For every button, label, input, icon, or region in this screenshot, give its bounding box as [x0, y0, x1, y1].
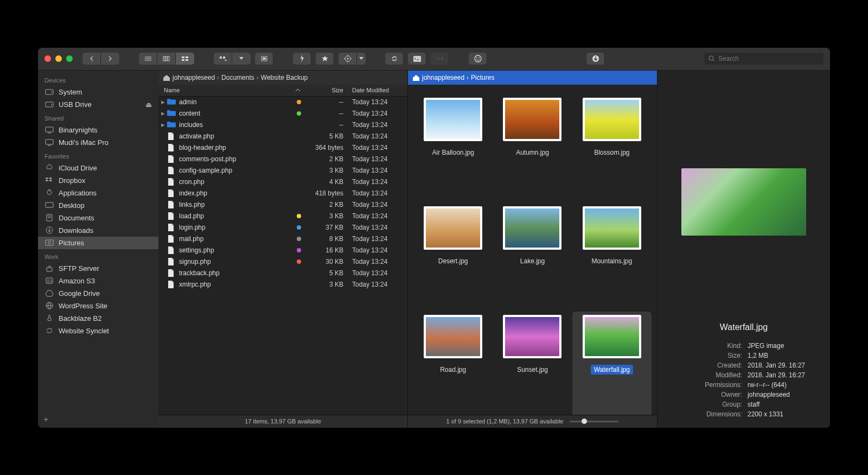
- grid-item[interactable]: Lake.jpg: [493, 203, 572, 312]
- dropdown-arrow-icon[interactable]: [232, 53, 251, 65]
- sidebar-item[interactable]: Binarynights: [38, 124, 158, 136]
- view-list-button[interactable]: [139, 53, 157, 65]
- file-name: settings.php: [179, 246, 293, 254]
- metadata-label: Owner:: [682, 391, 742, 398]
- sidebar-item[interactable]: Dropbox: [38, 174, 158, 187]
- file-row[interactable]: signup.php30 KBToday 13:24: [158, 256, 407, 268]
- file-date: Today 13:24: [348, 155, 407, 163]
- tag-dot: [297, 111, 301, 116]
- file-row[interactable]: login.php37 KBToday 13:24: [158, 222, 407, 233]
- metadata-row: Group:staff: [682, 401, 805, 408]
- file-size: --: [304, 98, 348, 106]
- icon-size-slider[interactable]: [570, 417, 618, 425]
- breadcrumb-segment[interactable]: johnappleseed: [173, 74, 215, 81]
- sidebar-item[interactable]: System: [38, 86, 158, 98]
- file-row[interactable]: settings.php16 KBToday 13:24: [158, 245, 407, 256]
- path-button[interactable]: [255, 53, 273, 65]
- file-name: content: [179, 110, 293, 117]
- file-row[interactable]: config-sample.php3 KBToday 13:24: [158, 165, 407, 176]
- file-date: Today 13:24: [348, 258, 407, 265]
- sidebar-item[interactable]: Website Synclet: [38, 325, 158, 337]
- file-row[interactable]: ▶admin--Today 13:24: [158, 97, 407, 108]
- svg-rect-7: [186, 56, 188, 58]
- terminal-button[interactable]: [408, 53, 426, 65]
- activities-button[interactable]: [586, 53, 605, 65]
- file-row[interactable]: ▶content--Today 13:24: [158, 108, 407, 119]
- sidebar-item[interactable]: USB Drive⏏: [38, 98, 158, 111]
- pictures-icon: [44, 239, 54, 246]
- sidebar-item[interactable]: iCloud Drive: [38, 162, 158, 174]
- sidebar-item[interactable]: Applications: [38, 187, 158, 199]
- breadcrumb-segment[interactable]: johnappleseed: [422, 74, 464, 81]
- file-row[interactable]: blog-header.php364 bytesToday 13:24: [158, 142, 407, 154]
- sidebar-item[interactable]: S3Amazon S3: [38, 275, 158, 287]
- grid-item[interactable]: Road.jpg: [413, 312, 493, 415]
- grid-item[interactable]: Air Balloon.jpg: [413, 94, 493, 203]
- eject-icon[interactable]: ⏏: [145, 100, 152, 109]
- minimize-button[interactable]: [55, 55, 62, 62]
- svg-point-26: [709, 56, 713, 60]
- sidebar-section-header: Devices: [38, 73, 158, 86]
- grid-item[interactable]: Mountains.jpg: [572, 203, 652, 312]
- back-button[interactable]: [82, 53, 101, 65]
- file-row[interactable]: comments-post.php2 KBToday 13:24: [158, 154, 407, 165]
- grid-item[interactable]: Sunset.jpg: [493, 312, 572, 415]
- file-size: --: [304, 121, 348, 129]
- emoji-button[interactable]: [469, 53, 487, 65]
- file-row[interactable]: index.php418 bytesToday 13:24: [158, 188, 407, 199]
- column-date[interactable]: Date Modified: [348, 87, 407, 93]
- file-row[interactable]: mail.php8 KBToday 13:24: [158, 233, 407, 245]
- file-row[interactable]: load.php3 KBToday 13:24: [158, 211, 407, 222]
- breadcrumb-segment[interactable]: Documents: [221, 74, 254, 81]
- zoom-button[interactable]: [66, 55, 73, 62]
- search-input[interactable]: [718, 55, 819, 62]
- view-columns-button[interactable]: [157, 53, 176, 65]
- sidebar-item[interactable]: Desktop: [38, 199, 158, 212]
- file-row[interactable]: cron.php4 KBToday 13:24: [158, 176, 407, 188]
- search-field[interactable]: [704, 53, 824, 65]
- chevron-down-icon[interactable]: [357, 53, 366, 65]
- sidebar-item[interactable]: Backblaze B2: [38, 312, 158, 325]
- quick-action-button[interactable]: [293, 53, 311, 65]
- add-location-button[interactable]: +: [43, 415, 48, 425]
- svg-rect-4: [165, 56, 167, 61]
- file-row[interactable]: xmlrpc.php3 KBToday 13:24: [158, 279, 407, 290]
- apps-icon: [44, 189, 54, 197]
- column-size[interactable]: Size: [304, 87, 348, 93]
- column-name[interactable]: Name: [158, 87, 304, 93]
- sidebar-item[interactable]: WordPress Site: [38, 300, 158, 312]
- file-row[interactable]: activate.php5 KBToday 13:24: [158, 131, 407, 142]
- file-row[interactable]: ▶includes--Today 13:24: [158, 119, 407, 131]
- left-breadcrumb[interactable]: johnappleseed › Documents › Website Back…: [158, 71, 407, 85]
- svg-rect-3: [163, 56, 165, 61]
- file-row[interactable]: trackback.php5 KBToday 13:24: [158, 268, 407, 279]
- breadcrumb-segment[interactable]: Pictures: [471, 74, 494, 81]
- sidebar-item[interactable]: SFTP Server: [38, 262, 158, 275]
- home-icon: [412, 74, 420, 81]
- forward-button[interactable]: [101, 53, 119, 65]
- action-menu-button[interactable]: [339, 53, 357, 65]
- right-breadcrumb[interactable]: johnappleseed › Pictures: [408, 71, 657, 85]
- file-icon: [167, 178, 176, 186]
- sidebar-item[interactable]: Documents: [38, 212, 158, 224]
- arrange-button[interactable]: [214, 53, 232, 65]
- grid-item[interactable]: Autumn.jpg: [493, 94, 572, 203]
- breadcrumb-segment[interactable]: Website Backup: [261, 74, 308, 81]
- grid-item[interactable]: Blossom.jpg: [572, 94, 652, 203]
- grid-item[interactable]: Waterfall.jpg: [572, 312, 652, 415]
- metadata-value: rw-r--r-- (644): [748, 381, 787, 389]
- sync-button[interactable]: [385, 53, 404, 65]
- close-button[interactable]: [44, 55, 51, 62]
- sidebar-item[interactable]: Pictures: [38, 237, 158, 249]
- thumbnail: [583, 315, 641, 358]
- favorite-button[interactable]: [316, 53, 334, 65]
- sidebar-item[interactable]: Mudi's iMac Pro: [38, 136, 158, 149]
- file-row[interactable]: links.php2 KBToday 13:24: [158, 199, 407, 211]
- sidebar-item-label: Documents: [59, 214, 94, 222]
- file-size: 5 KB: [304, 132, 348, 140]
- view-icons-button[interactable]: [176, 53, 194, 65]
- sidebar-item[interactable]: Google Drive: [38, 287, 158, 300]
- grid-item[interactable]: Desert.jpg: [413, 203, 493, 312]
- sidebar-item[interactable]: Downloads: [38, 224, 158, 237]
- tag-dot: [297, 123, 301, 127]
